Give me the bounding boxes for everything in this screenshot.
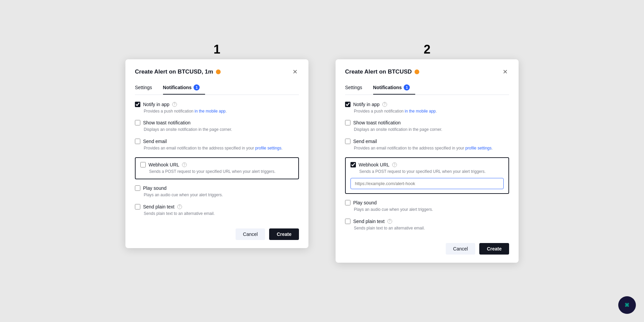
toast-item-1: Show toast notification Displays an onsi…: [135, 120, 299, 133]
plain-help-icon-1[interactable]: ?: [177, 204, 182, 209]
webhook-help-icon-2[interactable]: ?: [392, 162, 397, 167]
email-label-2: Send email: [353, 139, 377, 144]
email-label-1: Send email: [143, 139, 167, 144]
sound-checkbox-1[interactable]: [135, 185, 140, 191]
notify-app-help-icon-1[interactable]: ?: [172, 102, 177, 107]
notify-app-item-2: Notify in app ? Provides a push notifica…: [345, 102, 509, 114]
dialog-2-close-button[interactable]: ✕: [501, 67, 509, 76]
notify-app-checkbox-1[interactable]: [135, 102, 140, 107]
dialog-2-header: Create Alert on BTCUSD ✕: [345, 67, 509, 76]
plain-label-1: Send plain text: [143, 204, 175, 209]
tab-notifications-1[interactable]: Notifications 1: [163, 82, 205, 95]
notify-app-item-1: Notify in app ? Provides a push notifica…: [135, 102, 299, 114]
toast-item-2: Show toast notification Displays an onsi…: [345, 120, 509, 133]
notify-app-label-2: Notify in app: [353, 102, 380, 107]
create-button-1[interactable]: Create: [269, 228, 299, 240]
email-desc-2: Provides an email notification to the ad…: [345, 145, 509, 151]
toast-desc-2: Displays an onsite notification in the p…: [345, 127, 509, 133]
webhook-desc-1: Sends a POST request to your specified U…: [140, 169, 294, 175]
plain-row-2: Send plain text ?: [345, 219, 509, 224]
webhook-help-icon-1[interactable]: ?: [182, 162, 187, 167]
plain-row-1: Send plain text ?: [135, 204, 299, 209]
plain-checkbox-1[interactable]: [135, 204, 140, 209]
webhook-url-input[interactable]: [350, 178, 504, 189]
dialog-container-2: 2 Create Alert on BTCUSD ✕ Settings Noti…: [336, 59, 519, 263]
plain-label-2: Send plain text: [353, 219, 385, 224]
step-label-1: 1: [214, 42, 220, 57]
dialog-2-tabs: Settings Notifications 1: [345, 82, 509, 95]
plain-desc-2: Sends plain text to an alternative email…: [345, 225, 509, 231]
sound-checkbox-2[interactable]: [345, 200, 350, 205]
dialog-2-footer: Cancel Create: [345, 239, 509, 255]
plain-help-icon-2[interactable]: ?: [387, 219, 392, 224]
dialog-1-title-text: Create Alert on BTCUSD, 1m: [135, 68, 213, 75]
toast-checkbox-1[interactable]: [135, 120, 140, 125]
notifications-badge-2: 1: [404, 84, 410, 90]
tab-settings-1[interactable]: Settings: [135, 82, 158, 95]
plain-checkbox-2[interactable]: [345, 219, 350, 224]
profile-settings-link-2[interactable]: profile settings: [465, 146, 491, 150]
profile-settings-link-1[interactable]: profile settings: [255, 146, 281, 150]
toast-label-1: Show toast notification: [143, 120, 190, 125]
webhook-row-2: Webhook URL ?: [350, 162, 504, 167]
tab-notifications-2[interactable]: Notifications 1: [373, 82, 416, 95]
logo-icon: ⌘: [625, 301, 629, 309]
email-checkbox-2[interactable]: [345, 139, 350, 144]
notify-app-desc-1: Provides a push notification in the mobi…: [135, 108, 299, 114]
webhook-checkbox-1[interactable]: [140, 162, 146, 167]
email-row-2: Send email: [345, 139, 509, 144]
toast-row-1: Show toast notification: [135, 120, 299, 125]
mobile-app-link-1[interactable]: in the mobile app: [195, 109, 225, 114]
orange-status-dot: [216, 69, 221, 74]
step-label-2: 2: [424, 42, 430, 57]
email-row-1: Send email: [135, 139, 299, 144]
orange-status-dot-2: [415, 69, 419, 74]
sound-label-2: Play sound: [353, 200, 377, 205]
email-item-1: Send email Provides an email notificatio…: [135, 139, 299, 151]
sound-row-2: Play sound: [345, 200, 509, 205]
dialog-2-title: Create Alert on BTCUSD: [345, 68, 419, 75]
plain-item-2: Send plain text ? Sends plain text to an…: [345, 219, 509, 231]
cancel-button-2[interactable]: Cancel: [446, 243, 476, 255]
dialog-2-title-text: Create Alert on BTCUSD: [345, 68, 412, 75]
dialog-1: Create Alert on BTCUSD, 1m ✕ Settings No…: [125, 59, 308, 248]
create-button-2[interactable]: Create: [479, 243, 509, 255]
toast-row-2: Show toast notification: [345, 120, 509, 125]
dialog-1-header: Create Alert on BTCUSD, 1m ✕: [135, 67, 299, 76]
webhook-row-1: Webhook URL ?: [140, 162, 294, 167]
webhook-checkbox-2[interactable]: [350, 162, 356, 167]
webhook-section-1: Webhook URL ? Sends a POST request to yo…: [135, 157, 299, 179]
tab-settings-2[interactable]: Settings: [345, 82, 368, 95]
notify-app-row-2: Notify in app ?: [345, 102, 509, 107]
logo-button[interactable]: ⌘: [618, 296, 636, 314]
plain-desc-1: Sends plain text to an alternative email…: [135, 211, 299, 217]
webhook-label-2: Webhook URL: [359, 162, 389, 167]
notify-app-label-1: Notify in app: [143, 102, 169, 107]
dialog-container-1: 1 Create Alert on BTCUSD, 1m ✕ Settings …: [125, 59, 308, 248]
dialog-1-close-button[interactable]: ✕: [291, 67, 299, 76]
notify-app-desc-2: Provides a push notification in the mobi…: [345, 108, 509, 114]
webhook-label-1: Webhook URL: [148, 162, 179, 167]
cancel-button-1[interactable]: Cancel: [236, 228, 265, 240]
webhook-section-2: Webhook URL ? Sends a POST request to yo…: [345, 157, 509, 194]
email-checkbox-1[interactable]: [135, 139, 140, 144]
notify-app-row-1: Notify in app ?: [135, 102, 299, 107]
sound-row-1: Play sound: [135, 185, 299, 191]
sound-desc-1: Plays an audio cue when your alert trigg…: [135, 192, 299, 198]
plain-item-1: Send plain text ? Sends plain text to an…: [135, 204, 299, 217]
notify-app-checkbox-2[interactable]: [345, 102, 350, 107]
dialog-1-footer: Cancel Create: [135, 224, 299, 240]
toast-label-2: Show toast notification: [353, 120, 401, 125]
mobile-app-link-2[interactable]: in the mobile app: [405, 109, 436, 114]
email-desc-1: Provides an email notification to the ad…: [135, 145, 299, 151]
email-item-2: Send email Provides an email notificatio…: [345, 139, 509, 151]
webhook-desc-2: Sends a POST request to your specified U…: [350, 169, 504, 175]
notifications-badge-1: 1: [194, 84, 200, 90]
toast-checkbox-2[interactable]: [345, 120, 350, 125]
dialog-1-title: Create Alert on BTCUSD, 1m: [135, 68, 221, 75]
dialog-1-tabs: Settings Notifications 1: [135, 82, 299, 95]
sound-label-1: Play sound: [143, 185, 166, 191]
sound-desc-2: Plays an audio cue when your alert trigg…: [345, 207, 509, 213]
notify-app-help-icon-2[interactable]: ?: [382, 102, 387, 107]
toast-desc-1: Displays an onsite notification in the p…: [135, 127, 299, 133]
